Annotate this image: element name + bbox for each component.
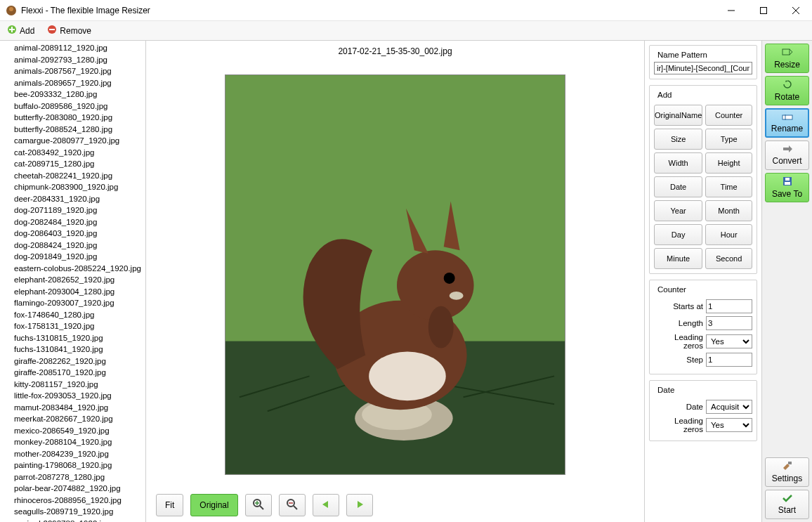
resize-icon — [782, 47, 793, 59]
file-item[interactable]: mother-2084239_1920.jpg — [1, 448, 145, 460]
toolbar: Add Remove — [0, 21, 812, 41]
token-size-button[interactable]: Size — [654, 129, 702, 150]
prev-button[interactable] — [313, 494, 339, 516]
preview-image[interactable] — [225, 74, 565, 475]
token-month-button[interactable]: Month — [705, 200, 752, 221]
file-item[interactable]: deer-2084331_1920.jpg — [1, 193, 145, 205]
token-day-button[interactable]: Day — [654, 224, 702, 245]
token-counter-button[interactable]: Counter — [705, 105, 752, 126]
rename-icon — [782, 113, 793, 123]
file-item[interactable]: fuchs-1310841_1920.jpg — [1, 344, 145, 355]
token-width-button[interactable]: Width — [654, 152, 702, 174]
rotate-button[interactable]: Rotate — [765, 76, 809, 105]
add-button[interactable]: Add — [3, 23, 39, 38]
maximize-button[interactable] — [747, 0, 780, 21]
token-height-button[interactable]: Height — [705, 152, 752, 174]
file-item[interactable]: butterfly-2083080_1920.jpg — [1, 112, 145, 124]
save-to-button[interactable]: Save To — [765, 173, 809, 202]
file-list[interactable]: animal-2089112_1920.jpganimal-2092793_12… — [0, 41, 145, 522]
file-item[interactable]: little-fox-2093053_1920.jpg — [1, 390, 145, 402]
preview-panel: 2017-02-21_15-35-30_002.jpg — [146, 41, 644, 522]
start-label: Start — [778, 505, 796, 515]
file-item[interactable]: flamingo-2093007_1920.jpg — [1, 297, 145, 309]
file-item[interactable]: elephant-2093004_1280.jpg — [1, 286, 145, 298]
file-item[interactable]: seagulls-2089719_1920.jpg — [1, 506, 145, 518]
token-time-button[interactable]: Time — [705, 176, 752, 197]
file-item[interactable]: fox-1758131_1920.jpg — [1, 320, 145, 332]
remove-button[interactable]: Remove — [43, 23, 96, 38]
zoom-in-icon — [252, 498, 265, 513]
file-item[interactable]: monkey-2088104_1920.jpg — [1, 436, 145, 448]
token-date-button[interactable]: Date — [654, 176, 702, 197]
file-item[interactable]: mexico-2086549_1920.jpg — [1, 425, 145, 437]
token-originalname-button[interactable]: OriginalName — [654, 105, 702, 126]
length-input[interactable] — [706, 316, 752, 330]
file-item[interactable]: dog-2091849_1920.jpg — [1, 251, 145, 263]
token-hour-button[interactable]: Hour — [705, 224, 752, 245]
file-item[interactable]: dog-2088424_1920.jpg — [1, 240, 145, 252]
settings-label: Settings — [772, 474, 802, 483]
name-pattern-input[interactable] — [654, 62, 752, 74]
file-item[interactable]: painting-1798068_1920.jpg — [1, 459, 145, 471]
file-item[interactable]: parrot-2087278_1280.jpg — [1, 471, 145, 483]
file-item[interactable]: cheetah-2082241_1920.jpg — [1, 170, 145, 182]
file-item[interactable]: elephant-2082652_1920.jpg — [1, 274, 145, 286]
preview-controls: Fit Original — [146, 488, 644, 522]
length-label: Length — [654, 319, 703, 327]
file-item[interactable]: eastern-colobus-2085224_1920.jpg — [1, 263, 145, 275]
window-title: Flexxi - The flexible Image Resizer — [21, 6, 715, 15]
file-item[interactable]: kitty-2081157_1920.jpg — [1, 379, 145, 391]
file-item[interactable]: squirrel-2093788_1920.jpg — [1, 518, 145, 523]
file-item[interactable]: animal-2089112_1920.jpg — [1, 42, 145, 54]
step-label: Step — [654, 355, 703, 364]
name-pattern-legend: Name Pattern — [655, 51, 709, 59]
fit-label: Fit — [165, 500, 174, 510]
file-item[interactable]: fox-1748640_1280.jpg — [1, 309, 145, 321]
file-item[interactable]: rhinoceros-2088956_1920.jpg — [1, 495, 145, 507]
file-item[interactable]: dog-2071189_1920.jpg — [1, 204, 145, 216]
start-button[interactable]: Start — [765, 490, 809, 519]
file-item[interactable]: meerkat-2082667_1920.jpg — [1, 413, 145, 425]
file-item[interactable]: animal-2092793_1280.jpg — [1, 54, 145, 66]
step-input[interactable] — [706, 353, 752, 367]
svg-point-24 — [428, 306, 454, 348]
minimize-button[interactable] — [715, 0, 747, 21]
file-item[interactable]: giraffe-2085170_1920.jpg — [1, 367, 145, 379]
settings-button[interactable]: Settings — [765, 457, 809, 487]
file-item[interactable]: animals-2089657_1920.jpg — [1, 77, 145, 89]
leading-zeros-select[interactable]: Yes — [706, 334, 752, 348]
token-second-button[interactable]: Second — [705, 248, 752, 269]
convert-icon — [782, 145, 793, 155]
original-button[interactable]: Original — [190, 494, 237, 516]
file-item[interactable]: fuchs-1310815_1920.jpg — [1, 332, 145, 344]
file-item[interactable]: camargue-2080977_1920.jpg — [1, 135, 145, 147]
fit-button[interactable]: Fit — [156, 494, 183, 516]
next-button[interactable] — [346, 494, 373, 516]
file-item[interactable]: polar-bear-2074882_1920.jpg — [1, 483, 145, 495]
file-item[interactable]: giraffe-2082262_1920.jpg — [1, 355, 145, 367]
rename-button[interactable]: Rename — [765, 108, 809, 138]
token-minute-button[interactable]: Minute — [654, 248, 702, 269]
starts-at-input[interactable] — [706, 299, 752, 313]
file-item[interactable]: animals-2087567_1920.jpg — [1, 65, 145, 77]
token-year-button[interactable]: Year — [654, 200, 702, 221]
file-item[interactable]: buffalo-2089586_1920.jpg — [1, 100, 145, 112]
file-item[interactable]: mamut-2083484_1920.jpg — [1, 402, 145, 414]
convert-button[interactable]: Convert — [765, 141, 809, 170]
file-item[interactable]: butterfly-2088524_1280.jpg — [1, 124, 145, 136]
close-button[interactable] — [780, 0, 812, 21]
file-item[interactable]: chipmunk-2083900_1920.jpg — [1, 181, 145, 193]
resize-button[interactable]: Resize — [765, 44, 809, 73]
file-item[interactable]: cat-2083492_1920.jpg — [1, 147, 145, 159]
name-pattern-group: Name Pattern — [649, 45, 757, 79]
zoom-in-button[interactable] — [245, 494, 272, 516]
token-type-button[interactable]: Type — [705, 129, 752, 150]
date-select[interactable]: Acquisition — [706, 400, 752, 414]
file-item[interactable]: dog-2086403_1920.jpg — [1, 228, 145, 240]
file-item[interactable]: dog-2082484_1920.jpg — [1, 216, 145, 228]
file-item[interactable]: cat-2089715_1280.jpg — [1, 158, 145, 170]
plus-icon — [7, 25, 17, 37]
file-item[interactable]: bee-2093332_1280.jpg — [1, 89, 145, 100]
zoom-out-button[interactable] — [279, 494, 306, 516]
date-leading-zeros-select[interactable]: Yes — [706, 418, 752, 432]
